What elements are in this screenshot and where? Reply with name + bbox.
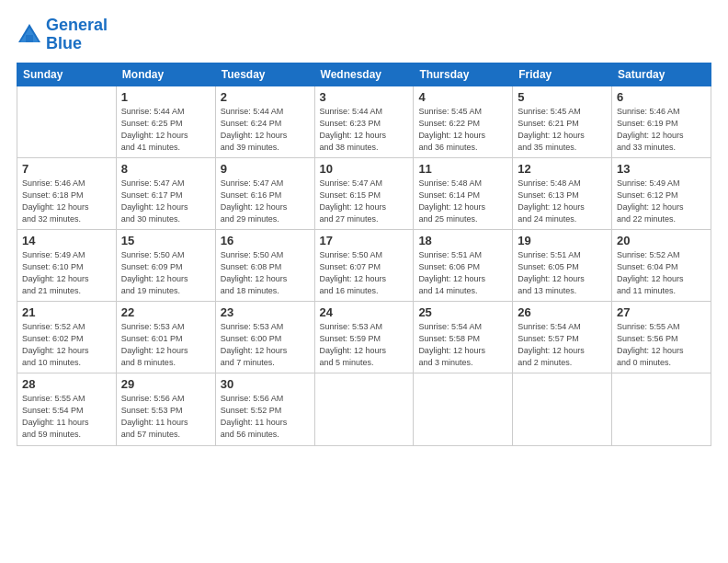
day-number: 29 [121,377,210,391]
day-number: 17 [320,234,409,247]
calendar-cell: 26Sunrise: 5:54 AM Sunset: 5:57 PM Dayli… [513,302,612,373]
calendar-cell: 2Sunrise: 5:44 AM Sunset: 6:24 PM Daylig… [215,86,314,157]
calendar-cell: 21Sunrise: 5:52 AM Sunset: 6:02 PM Dayli… [17,302,117,373]
day-number: 4 [418,90,507,104]
day-info: Sunrise: 5:56 AM Sunset: 5:52 PM Dayligh… [221,393,310,441]
calendar-cell: 29Sunrise: 5:56 AM Sunset: 5:53 PM Dayli… [116,373,215,445]
day-number: 27 [617,305,706,319]
weekday-header-sunday: Sunday [17,63,117,86]
calendar-cell [414,373,513,445]
day-number: 22 [121,305,210,319]
calendar-cell: 19Sunrise: 5:51 AM Sunset: 6:05 PM Dayli… [513,229,612,301]
header: General Blue [17,17,711,53]
day-number: 2 [221,90,310,104]
day-info: Sunrise: 5:47 AM Sunset: 6:15 PM Dayligh… [320,178,409,225]
svg-rect-2 [26,35,33,42]
day-number: 11 [418,162,507,176]
calendar-cell: 18Sunrise: 5:51 AM Sunset: 6:06 PM Dayli… [414,229,513,301]
week-row-3: 21Sunrise: 5:52 AM Sunset: 6:02 PM Dayli… [17,302,711,373]
day-info: Sunrise: 5:54 AM Sunset: 5:57 PM Dayligh… [518,321,607,369]
day-number: 24 [320,305,409,319]
weekday-header-thursday: Thursday [414,63,513,86]
weekday-header-friday: Friday [513,63,612,86]
calendar-cell: 15Sunrise: 5:50 AM Sunset: 6:09 PM Dayli… [116,229,215,301]
day-number: 20 [617,234,706,247]
calendar-cell: 5Sunrise: 5:45 AM Sunset: 6:21 PM Daylig… [513,86,612,157]
weekday-header-tuesday: Tuesday [215,63,314,86]
day-number: 14 [22,234,111,247]
calendar-cell [17,86,117,157]
week-row-2: 14Sunrise: 5:49 AM Sunset: 6:10 PM Dayli… [17,229,711,301]
day-info: Sunrise: 5:53 AM Sunset: 6:00 PM Dayligh… [221,321,310,369]
day-info: Sunrise: 5:54 AM Sunset: 5:58 PM Dayligh… [418,321,507,369]
day-number: 26 [518,305,607,319]
calendar-cell [513,373,612,445]
week-row-1: 7Sunrise: 5:46 AM Sunset: 6:18 PM Daylig… [17,157,711,229]
calendar-cell: 27Sunrise: 5:55 AM Sunset: 5:56 PM Dayli… [612,302,711,373]
calendar-cell: 6Sunrise: 5:46 AM Sunset: 6:19 PM Daylig… [612,86,711,157]
day-info: Sunrise: 5:44 AM Sunset: 6:23 PM Dayligh… [320,106,409,154]
day-info: Sunrise: 5:53 AM Sunset: 5:59 PM Dayligh… [320,321,409,369]
calendar-cell: 8Sunrise: 5:47 AM Sunset: 6:17 PM Daylig… [116,157,215,229]
weekday-header-wednesday: Wednesday [314,63,414,86]
week-row-0: 1Sunrise: 5:44 AM Sunset: 6:25 PM Daylig… [17,86,711,157]
day-number: 12 [518,162,607,176]
page: General Blue SundayMondayTuesdayWednesda… [0,0,728,563]
day-number: 19 [518,234,607,247]
day-info: Sunrise: 5:50 AM Sunset: 6:09 PM Dayligh… [121,249,210,297]
day-info: Sunrise: 5:48 AM Sunset: 6:13 PM Dayligh… [518,178,607,225]
day-number: 1 [121,90,210,104]
day-info: Sunrise: 5:47 AM Sunset: 6:16 PM Dayligh… [221,178,310,225]
day-info: Sunrise: 5:51 AM Sunset: 6:05 PM Dayligh… [518,249,607,297]
logo-icon [17,22,42,48]
day-number: 3 [320,90,409,104]
day-info: Sunrise: 5:44 AM Sunset: 6:25 PM Dayligh… [121,106,210,154]
calendar-table: SundayMondayTuesdayWednesdayThursdayFrid… [17,63,711,446]
logo-text: General Blue [46,17,108,53]
calendar-cell: 17Sunrise: 5:50 AM Sunset: 6:07 PM Dayli… [314,229,414,301]
day-info: Sunrise: 5:50 AM Sunset: 6:08 PM Dayligh… [221,249,310,297]
day-info: Sunrise: 5:46 AM Sunset: 6:18 PM Dayligh… [22,178,111,225]
calendar-cell [612,373,711,445]
calendar-cell: 1Sunrise: 5:44 AM Sunset: 6:25 PM Daylig… [116,86,215,157]
calendar-cell: 3Sunrise: 5:44 AM Sunset: 6:23 PM Daylig… [314,86,414,157]
weekday-header-saturday: Saturday [612,63,711,86]
day-info: Sunrise: 5:55 AM Sunset: 5:54 PM Dayligh… [22,393,111,441]
day-info: Sunrise: 5:49 AM Sunset: 6:12 PM Dayligh… [617,178,706,225]
day-info: Sunrise: 5:45 AM Sunset: 6:22 PM Dayligh… [418,106,507,154]
calendar-cell: 13Sunrise: 5:49 AM Sunset: 6:12 PM Dayli… [612,157,711,229]
calendar-cell: 7Sunrise: 5:46 AM Sunset: 6:18 PM Daylig… [17,157,117,229]
calendar-cell: 4Sunrise: 5:45 AM Sunset: 6:22 PM Daylig… [414,86,513,157]
day-number: 23 [221,305,310,319]
day-info: Sunrise: 5:52 AM Sunset: 6:04 PM Dayligh… [617,249,706,297]
day-number: 18 [418,234,507,247]
calendar-cell: 24Sunrise: 5:53 AM Sunset: 5:59 PM Dayli… [314,302,414,373]
day-info: Sunrise: 5:51 AM Sunset: 6:06 PM Dayligh… [418,249,507,297]
day-number: 9 [221,162,310,176]
day-number: 16 [221,234,310,247]
calendar-cell: 14Sunrise: 5:49 AM Sunset: 6:10 PM Dayli… [17,229,117,301]
weekday-header-row: SundayMondayTuesdayWednesdayThursdayFrid… [17,63,711,86]
day-info: Sunrise: 5:46 AM Sunset: 6:19 PM Dayligh… [617,106,706,154]
calendar-cell: 10Sunrise: 5:47 AM Sunset: 6:15 PM Dayli… [314,157,414,229]
day-number: 10 [320,162,409,176]
day-number: 30 [221,377,310,391]
calendar-cell: 12Sunrise: 5:48 AM Sunset: 6:13 PM Dayli… [513,157,612,229]
calendar-cell: 11Sunrise: 5:48 AM Sunset: 6:14 PM Dayli… [414,157,513,229]
calendar-cell: 30Sunrise: 5:56 AM Sunset: 5:52 PM Dayli… [215,373,314,445]
day-info: Sunrise: 5:49 AM Sunset: 6:10 PM Dayligh… [22,249,111,297]
day-number: 25 [418,305,507,319]
day-number: 7 [22,162,111,176]
day-number: 28 [22,377,111,391]
day-info: Sunrise: 5:53 AM Sunset: 6:01 PM Dayligh… [121,321,210,369]
day-number: 15 [121,234,210,247]
calendar-cell: 16Sunrise: 5:50 AM Sunset: 6:08 PM Dayli… [215,229,314,301]
logo: General Blue [17,17,108,53]
day-info: Sunrise: 5:50 AM Sunset: 6:07 PM Dayligh… [320,249,409,297]
day-info: Sunrise: 5:47 AM Sunset: 6:17 PM Dayligh… [121,178,210,225]
calendar-cell: 20Sunrise: 5:52 AM Sunset: 6:04 PM Dayli… [612,229,711,301]
calendar-cell [314,373,414,445]
day-info: Sunrise: 5:45 AM Sunset: 6:21 PM Dayligh… [518,106,607,154]
day-number: 21 [22,305,111,319]
weekday-header-monday: Monday [116,63,215,86]
